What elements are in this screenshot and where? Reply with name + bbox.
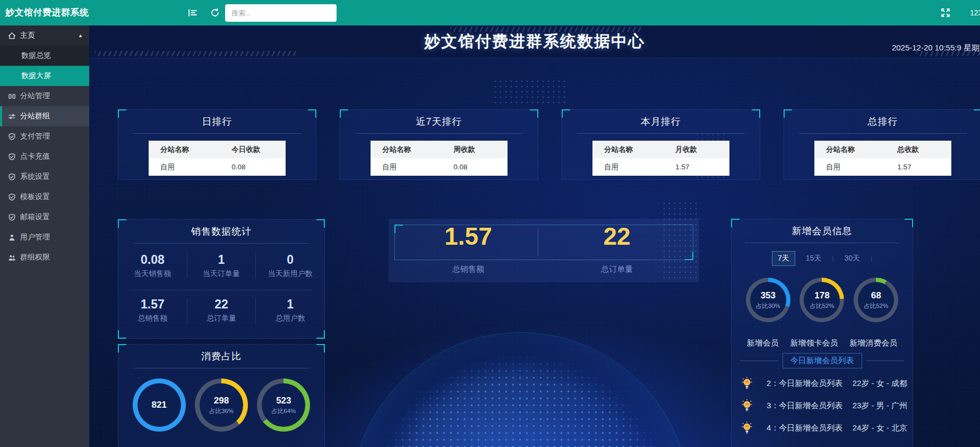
sidebar-item-card-recharge[interactable]: 点卡充值 [0,147,89,167]
shield-check-icon [8,133,16,141]
consumption-card: 消费占比 821 298占比36% 523占比64% [118,344,325,447]
stat-today-new-users: 0当天新用户数 [256,253,324,279]
members-ring-new: 353占比30% [746,278,790,322]
rank-table: 分站名称总收款 自用1.57 [814,141,951,176]
search-input[interactable] [225,4,337,22]
dashboard-header: 妙文馆付费进群系统数据中心 2025-12-20 10:55:9 星期六 [89,25,980,58]
rank-card-total: 总排行 分站名称总收款 自用1.57 [784,109,980,180]
sidebar-item-system-settings[interactable]: 系统设置 [0,167,89,187]
card-title: 本月排行 [562,115,760,128]
rank-table: 分站名称今日收款 自用0.08 [149,141,286,176]
list-item-text: 今日新增会员列表 [779,423,843,433]
sidebar-item-user-manage[interactable]: 用户管理 [0,227,89,247]
sidebar-item-data-screen[interactable]: 数据大屏 [0,66,89,86]
total-sales-value: 1.57 [394,222,543,251]
list-item: 2： 今日新增会员列表 22岁 - 女 - 成都 [741,372,907,394]
table-row: 自用0.08 [371,158,508,176]
rank-card-daily: 日排行 分站名称今日收款 自用0.08 [118,109,316,180]
total-sales-label: 总销售额 [394,264,543,274]
list-item: 3： 今日新增会员列表 23岁 - 男 - 广州 [741,394,907,417]
sales-stats-card: 销售数据统计 0.08当天销售额 1当天订单量 0当天新用户数 1.57总销售额… [118,219,325,339]
total-orders-label: 总订单量 [543,264,691,274]
total-orders-value: 22 [543,222,691,251]
user-icon [8,234,16,242]
shield-check-icon [8,193,16,201]
stat-total-orders: 22总订单量 [187,297,256,323]
table-row: 自用1.57 [814,158,951,176]
consumption-ring-3: 523占比64% [257,379,310,432]
card-title: 近7天排行 [340,115,538,128]
members-ring-consume: 68占比52% [854,278,898,322]
today-members-button[interactable]: 今日新增会员列表 [783,353,862,368]
list-item-info: 23岁 - 男 - 广州 [853,401,907,411]
sliders-icon [8,113,16,121]
bulb-icon [741,376,753,390]
home-icon [8,32,16,40]
caret-up-icon: ▲ [78,33,83,38]
stat-total-users: 1总用户数 [256,297,324,323]
ring-label: 新增领卡会员 [790,338,838,348]
members-panel: 新增会员信息 7天 15天 | 30天 | 353占比30% 178占比52% … [731,219,913,447]
rank-card-7days: 近7天排行 分站名称周收款 自用0.08 [340,109,538,180]
card-title: 日排行 [118,115,316,128]
tab-30days[interactable]: 30天 [839,252,865,265]
table-row: 自用1.57 [592,158,729,176]
members-list: 2： 今日新增会员列表 22岁 - 女 - 成都 3： 今日新增会员列表 23岁… [741,372,907,439]
list-item: 4： 今日新增会员列表 24岁 - 女 - 北京 [741,417,907,439]
collapse-menu-icon[interactable] [186,6,200,20]
ring-label: 新增消费会员 [849,338,897,348]
fullscreen-icon[interactable] [939,6,952,20]
tab-7days[interactable]: 7天 [772,251,795,266]
list-item-text: 今日新增会员列表 [779,379,843,389]
sidebar-item-site-group[interactable]: 分站群组 [0,106,89,126]
rank-table: 分站名称周收款 自用0.08 [371,141,508,176]
sites-icon [8,92,16,100]
sidebar-item-home[interactable]: 主页 ▲ [0,25,89,46]
tab-15days[interactable]: 15天 [801,252,827,265]
sidebar-item-payment[interactable]: 支付管理 [0,126,89,147]
sidebar-item-email-settings[interactable]: 邮箱设置 [0,207,89,227]
table-row: 自用0.08 [149,158,286,176]
list-item-num: 3： [767,401,779,411]
list-item-num: 2： [767,379,779,389]
stat-today-sales: 0.08当天销售额 [118,253,187,279]
ring-label: 新增会员 [747,338,779,348]
members-tabs: 7天 15天 | 30天 | [732,251,913,266]
list-item-info: 22岁 - 女 - 成都 [853,379,907,389]
card-title: 总排行 [784,115,980,128]
bulb-icon [741,421,753,435]
list-item-num: 4： [767,423,779,433]
consumption-ring-2: 298占比36% [195,379,248,432]
rank-card-month: 本月排行 分站名称月收款 自用1.57 [562,109,760,180]
datetime: 2025-12-20 10:55:9 星期六 [738,43,980,53]
sidebar-item-template-settings[interactable]: 模板设置 [0,187,89,207]
card-title: 新增会员信息 [732,225,913,237]
list-item-info: 24岁 - 女 - 北京 [853,423,907,433]
sidebar: 主页 ▲ 数据总览 数据大屏 分站管理 分站群组 支付管理 点卡充值 系统设置 … [0,25,89,447]
list-item-text: 今日新增会员列表 [779,401,843,411]
totals-panel: 1.57 22 总销售额 总订单量 [389,219,699,282]
sidebar-item-site-manage[interactable]: 分站管理 [0,86,89,106]
card-title: 销售数据统计 [118,225,324,238]
shield-check-icon [8,213,16,221]
stat-today-orders: 1当天订单量 [187,253,256,279]
shield-check-icon [8,173,16,181]
topbar: 妙文馆付费进群系统 123 [0,0,980,25]
bulb-icon [741,399,753,412]
members-ring-card: 178占比52% [800,278,844,322]
refresh-icon[interactable] [208,6,222,20]
dashboard: 妙文馆付费进群系统数据中心 2025-12-20 10:55:9 星期六 日排行… [89,25,980,447]
stat-total-sales: 1.57总销售额 [118,297,187,323]
consumption-ring-1: 821 [133,379,186,432]
card-title: 消费占比 [118,350,324,363]
users-icon [8,254,16,262]
rank-table: 分站名称月收款 自用1.57 [592,141,729,176]
username[interactable]: 123 [970,0,980,25]
shield-check-icon [8,153,16,161]
sidebar-item-group-permission[interactable]: 群组权限 [0,247,89,268]
sidebar-item-data-overview[interactable]: 数据总览 [0,46,89,66]
app-logo: 妙文馆付费进群系统 [5,0,89,25]
